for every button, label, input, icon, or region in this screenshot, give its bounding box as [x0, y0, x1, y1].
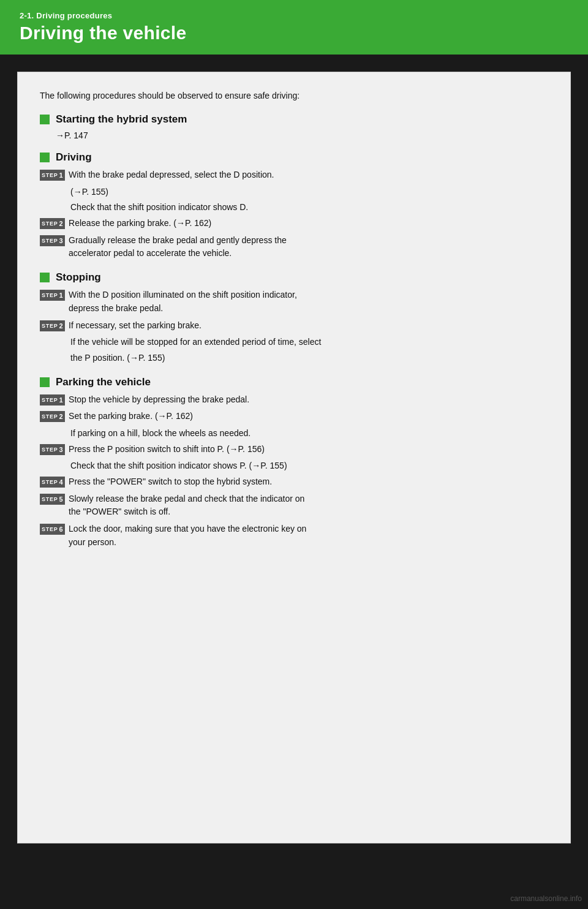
step-indent-stopping-2a: If the vehicle will be stopped for an ex…: [70, 336, 548, 349]
step-driving-2: STEP2 Release the parking brake. (→P. 16…: [40, 217, 548, 230]
section-title-driving: Driving: [56, 151, 92, 164]
step-text-stopping-2: If necessary, set the parking brake.: [69, 319, 548, 333]
step-badge-stopping-1: STEP1: [40, 290, 65, 301]
step-text-parking-1: Stop the vehicle by depressing the brake…: [69, 393, 548, 407]
step-badge-parking-3: STEP3: [40, 444, 65, 455]
step-badge-stopping-2: STEP2: [40, 320, 65, 331]
step-driving-1: STEP1 With the brake pedal depressed, se…: [40, 168, 548, 182]
section-title-stopping: Stopping: [56, 271, 101, 284]
step-badge-parking-1: STEP1: [40, 394, 65, 405]
step-parking-6: STEP6 Lock the door, making sure that yo…: [40, 522, 548, 549]
green-square-stopping: [40, 273, 50, 282]
step-text-parking-3: Press the P position switch to shift int…: [69, 443, 548, 456]
step-parking-2: STEP2 Set the parking brake. (→P. 162): [40, 410, 548, 423]
step-parking-4: STEP4 Press the "POWER" switch to stop t…: [40, 475, 548, 489]
header-title: Driving the vehicle: [20, 23, 568, 43]
watermark: carmanualsonline.info: [510, 894, 582, 903]
section-parking: Parking the vehicle STEP1 Stop the vehic…: [40, 376, 548, 549]
header: 2-1. Driving procedures Driving the vehi…: [0, 0, 588, 55]
step-indent-driving-1a: (→P. 155): [70, 186, 548, 199]
step-text-parking-2: Set the parking brake. (→P. 162): [69, 410, 548, 423]
step-text-driving-2: Release the parking brake. (→P. 162): [69, 217, 548, 230]
section-driving: Driving STEP1 With the brake pedal depre…: [40, 151, 548, 260]
green-square-parking: [40, 377, 50, 387]
green-square-driving: [40, 153, 50, 162]
step-text-parking-5: Slowly release the brake pedal and check…: [69, 492, 548, 519]
step-badge-parking-4: STEP4: [40, 477, 65, 488]
main-content: The following procedures should be obser…: [17, 72, 571, 843]
section-ref-starting: →P. 147: [56, 130, 548, 140]
step-text-driving-3: Gradually release the brake pedal and ge…: [69, 234, 548, 260]
step-indent-parking-3a: Check that the shift position indicator …: [70, 459, 548, 473]
step-parking-1: STEP1 Stop the vehicle by depressing the…: [40, 393, 548, 407]
header-subtitle: 2-1. Driving procedures: [20, 11, 568, 20]
step-indent-driving-1b: Check that the shift position indicator …: [70, 201, 548, 214]
step-badge-driving-3: STEP3: [40, 235, 65, 246]
step-indent-stopping-2b: the P position. (→P. 155): [70, 352, 548, 365]
step-indent-parking-2a: If parking on a hill, block the wheels a…: [70, 427, 548, 440]
intro-text: The following procedures should be obser…: [40, 89, 548, 102]
step-badge-parking-2: STEP2: [40, 411, 65, 422]
green-square-starting: [40, 115, 50, 124]
step-badge-driving-2: STEP2: [40, 218, 65, 229]
step-badge-parking-5: STEP5: [40, 494, 65, 505]
step-text-driving-1: With the brake pedal depressed, select t…: [69, 168, 548, 182]
section-starting: Starting the hybrid system →P. 147: [40, 113, 548, 140]
step-stopping-2: STEP2 If necessary, set the parking brak…: [40, 319, 548, 333]
step-badge-parking-6: STEP6: [40, 524, 65, 535]
step-parking-5: STEP5 Slowly release the brake pedal and…: [40, 492, 548, 519]
step-text-stopping-1: With the D position illuminated on the s…: [69, 289, 548, 315]
step-text-parking-4: Press the "POWER" switch to stop the hyb…: [69, 475, 548, 489]
section-title-starting: Starting the hybrid system: [56, 113, 187, 126]
step-text-parking-6: Lock the door, making sure that you have…: [69, 522, 548, 549]
section-stopping: Stopping STEP1 With the D position illum…: [40, 271, 548, 364]
step-badge-driving-1: STEP1: [40, 170, 65, 181]
step-stopping-1: STEP1 With the D position illuminated on…: [40, 289, 548, 315]
step-driving-3: STEP3 Gradually release the brake pedal …: [40, 234, 548, 260]
section-title-parking: Parking the vehicle: [56, 376, 151, 388]
step-parking-3: STEP3 Press the P position switch to shi…: [40, 443, 548, 456]
